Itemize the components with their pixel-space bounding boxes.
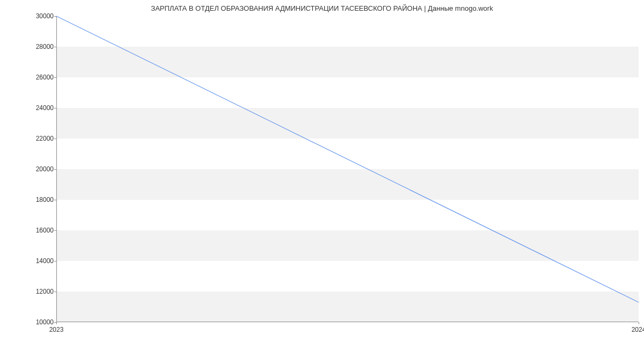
- y-tick-label: 16000: [21, 227, 54, 234]
- y-tick-label: 26000: [21, 74, 54, 81]
- y-tick-label: 20000: [21, 165, 54, 173]
- y-tick-mark: [54, 47, 56, 47]
- line-series: [56, 16, 639, 322]
- chart-container: ЗАРПЛАТА В ОТДЕЛ ОБРАЗОВАНИЯ АДМИНИСТРАЦ…: [0, 0, 644, 349]
- y-tick-mark: [54, 139, 56, 139]
- y-tick-mark: [54, 77, 56, 78]
- y-tick-label: 30000: [21, 12, 54, 20]
- y-tick-label: 14000: [21, 257, 54, 265]
- y-tick-label: 24000: [21, 104, 54, 112]
- x-tick-label: 2024: [632, 326, 644, 333]
- plot-area: [56, 16, 639, 322]
- x-tick-mark: [639, 322, 639, 324]
- y-tick-label: 12000: [21, 288, 54, 295]
- y-tick-mark: [54, 261, 56, 261]
- y-tick-mark: [54, 169, 56, 170]
- y-tick-mark: [54, 230, 56, 231]
- y-tick-mark: [54, 16, 56, 17]
- y-tick-mark: [54, 108, 56, 108]
- y-tick-label: 18000: [21, 196, 54, 203]
- y-tick-label: 10000: [21, 318, 54, 326]
- x-tick-mark: [56, 322, 57, 324]
- y-tick-mark: [54, 292, 56, 292]
- chart-title: ЗАРПЛАТА В ОТДЕЛ ОБРАЗОВАНИЯ АДМИНИСТРАЦ…: [0, 4, 644, 12]
- x-tick-label: 2023: [49, 326, 64, 333]
- y-tick-mark: [54, 200, 56, 200]
- y-tick-label: 22000: [21, 135, 54, 142]
- y-tick-label: 28000: [21, 43, 54, 50]
